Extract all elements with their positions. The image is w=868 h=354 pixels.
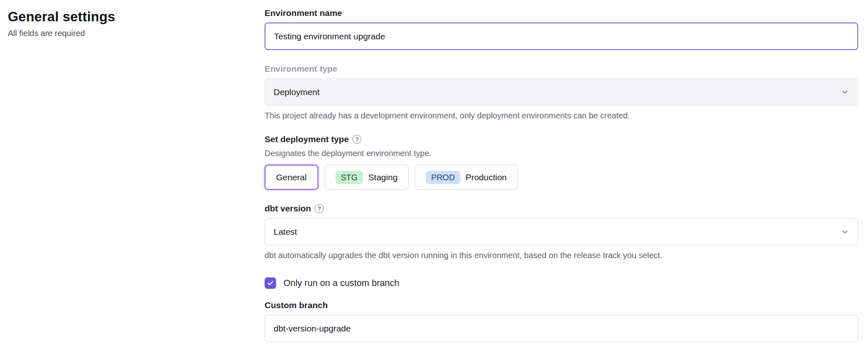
custom-branch-checkbox-row: Only run on a custom branch (265, 277, 858, 289)
help-icon[interactable]: ? (315, 204, 324, 213)
deployment-type-staging-label: Staging (368, 172, 397, 182)
environment-name-input[interactable] (265, 23, 858, 50)
general-settings-page: General settings All fields are required… (0, 0, 868, 354)
deployment-type-production-button[interactable]: PROD Production (415, 165, 518, 190)
environment-type-select[interactable]: Deployment (265, 78, 858, 106)
chevron-down-icon (841, 228, 849, 236)
deployment-type-staging-button[interactable]: STG Staging (324, 165, 409, 190)
deployment-type-helper: Designates the deployment environment ty… (265, 149, 858, 158)
environment-type-field: Environment type Deployment This project… (265, 64, 858, 120)
staging-badge: STG (336, 171, 363, 184)
environment-name-field: Environment name (265, 8, 858, 50)
chevron-down-icon (841, 88, 849, 96)
deployment-type-field: Set deployment type ? Designates the dep… (265, 134, 858, 190)
checkmark-icon (267, 279, 274, 287)
page-title: General settings (8, 9, 265, 25)
page-subtitle: All fields are required (8, 29, 265, 38)
production-badge: PROD (426, 171, 460, 184)
deployment-type-general-button[interactable]: General (265, 165, 318, 190)
dbt-version-value: Latest (274, 227, 297, 237)
help-icon[interactable]: ? (352, 135, 361, 144)
custom-branch-label: Custom branch (265, 300, 858, 310)
settings-header: General settings All fields are required (0, 0, 265, 354)
settings-form: Environment name Environment type Deploy… (265, 0, 868, 354)
dbt-version-field: dbt version ? Latest dbt automatically u… (265, 204, 858, 260)
custom-branch-input[interactable] (265, 315, 858, 342)
environment-type-helper: This project already has a development e… (265, 111, 858, 120)
dbt-version-helper: dbt automatically upgrades the dbt versi… (265, 251, 858, 260)
deployment-type-label-text: Set deployment type (265, 134, 349, 144)
dbt-version-label: dbt version ? (265, 204, 858, 213)
custom-branch-field: Custom branch (265, 300, 858, 342)
deployment-type-general-label: General (276, 172, 307, 182)
environment-name-label: Environment name (265, 8, 858, 18)
dbt-version-select[interactable]: Latest (265, 218, 858, 245)
custom-branch-checkbox-label: Only run on a custom branch (283, 278, 399, 288)
deployment-type-production-label: Production (466, 172, 507, 182)
dbt-version-label-text: dbt version (265, 204, 311, 213)
deployment-type-options: General STG Staging PROD Production (265, 165, 858, 190)
deployment-type-label: Set deployment type ? (265, 134, 858, 144)
custom-branch-checkbox[interactable] (265, 277, 276, 289)
environment-type-value: Deployment (274, 87, 320, 97)
environment-type-label: Environment type (265, 64, 858, 74)
